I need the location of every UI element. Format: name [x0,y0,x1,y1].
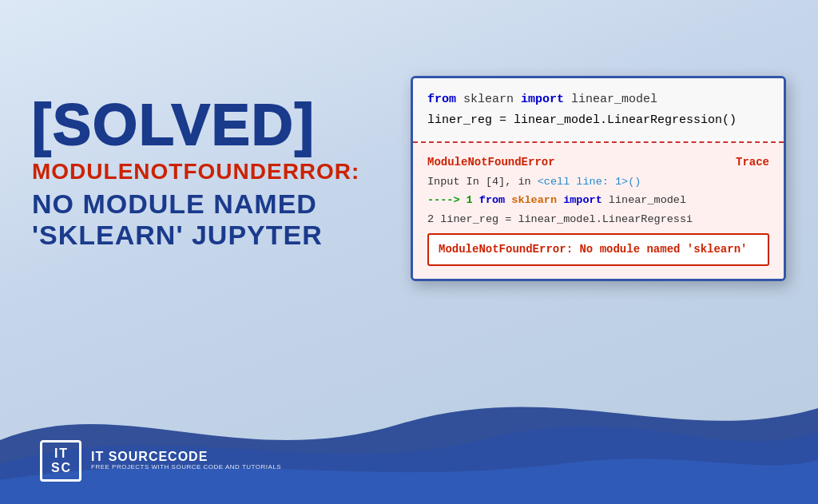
logo-area: I T S C IT SOURCECODE FREE PROJECTS WITH… [40,440,281,482]
arrow-import-kw: import [563,194,602,206]
logo-title: IT SOURCECODE [91,450,281,463]
logo-letter-i: I [54,446,58,461]
indent-line: 2 liner_reg = linear_model.LinearRegress… [427,210,769,229]
arrow-line: ----> 1 from sklearn import linear_model [427,191,769,210]
traceback-label: Trace [736,153,769,173]
logo-box: I T S C [40,440,81,482]
logo-letter-c: C [62,461,71,475]
logo-text-area: IT SOURCECODE FREE PROJECTS WITH SOURCE … [91,450,281,471]
error-desc-line1: No Module Named [32,189,317,219]
keyword-import: import [521,93,564,106]
linear-model: linear_model [564,93,657,106]
code-line-2: liner_reg = linear_model.LinearRegressio… [427,110,769,131]
error-section: ModuleNotFoundError Trace Input In [4], … [413,143,784,279]
input-text: Input In [4], in [427,176,538,188]
error-header-line: ModuleNotFoundError Trace [427,153,769,173]
error-message-box: ModuleNotFoundError: No module named 'sk… [427,233,769,266]
code-panel: from sklearn import linear_model liner_r… [411,76,786,281]
arrow-sklearn: sklearn [505,194,563,206]
liner-reg-line: liner_reg = linear_model.LinearRegressio… [427,113,737,127]
logo-letters-bottom: S C [51,461,70,475]
error-name-heading: ModuleNotFoundError: [32,158,399,185]
logo-letters-top: I T [54,446,67,461]
sklearn-module: sklearn [456,93,521,106]
keyword-from: from [427,93,456,106]
error-type: ModuleNotFoundError [427,153,555,173]
arrow-linear-model: linear_model [602,194,686,206]
arrow-indicator: ----> 1 [427,194,479,206]
title-area: [SOLVED] ModuleNotFoundError: No Module … [32,96,399,251]
cell-line-text: <cell line: 1>() [538,176,641,188]
error-input-line: Input In [4], in <cell line: 1>() [427,173,769,192]
error-description: No Module Named 'sklearn' Jupyter [32,189,399,251]
error-desc-line2: 'sklearn' Jupyter [32,220,323,250]
logo-letter-t: T [59,446,67,461]
arrow-from-kw: from [479,194,505,206]
logo-letter-s: S [51,461,60,475]
code-section: from sklearn import linear_model liner_r… [413,78,784,141]
code-line-1: from sklearn import linear_model [427,89,769,110]
bracket-left: [SOLVED] [32,93,316,157]
logo-subtitle: FREE PROJECTS WITH SOURCE CODE AND TUTOR… [91,463,281,471]
solved-heading: [SOLVED] [32,96,399,153]
